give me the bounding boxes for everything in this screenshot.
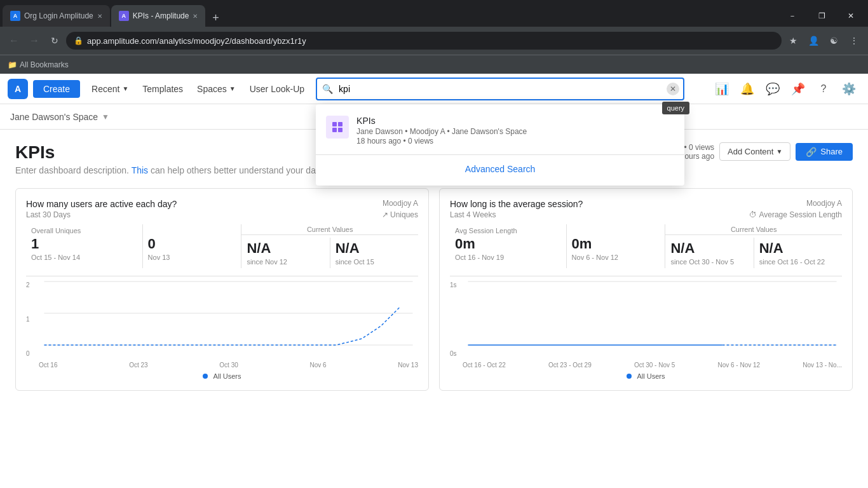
chart2-metrics-row: Avg Session Length 0m Oct 16 - Nov 19 0m…	[450, 224, 842, 276]
pin-icon-btn[interactable]: 📌	[787, 78, 810, 100]
chart1-x-labels: Oct 16 Oct 23 Oct 30 Nov 6 Nov 13	[39, 360, 418, 370]
templates-label: Templates	[142, 84, 183, 94]
chart-card-1: How many users are active each day? Mood…	[15, 188, 429, 391]
chart2-x2: Oct 23 - Oct 29	[548, 362, 592, 369]
add-content-button[interactable]: Add Content ▼	[719, 142, 790, 161]
chart1-x1: Oct 16	[39, 362, 57, 369]
nav-bar: ← → ↻ 🔒 app.amplitude.com/analytics/mood…	[0, 27, 868, 55]
bookmark-btn[interactable]: ★	[784, 32, 802, 50]
bookmarks-label[interactable]: All Bookmarks	[20, 60, 69, 69]
create-button[interactable]: Create	[33, 80, 80, 98]
chart2-m1-sub: Oct 16 - Nov 19	[455, 254, 561, 261]
search-magnifier-icon: 🔍	[322, 84, 333, 94]
tab1-close[interactable]: ✕	[97, 13, 102, 20]
svg-rect-3	[338, 128, 342, 132]
minimize-btn[interactable]: －	[778, 5, 807, 27]
chart1-source: Moodjoy A	[383, 199, 418, 208]
chart1-metric-3: N/A since Nov 12	[241, 238, 330, 268]
svg-rect-2	[332, 128, 337, 132]
chart2-x4: Nov 6 - Nov 12	[717, 362, 760, 369]
chart1-title: How many users are active each day?	[26, 199, 177, 209]
search-result-time: 18 hours ago • 0 views	[356, 137, 674, 146]
chart2-svg	[463, 281, 842, 358]
refresh-btn[interactable]: ↻	[46, 32, 64, 50]
search-result-meta: Jane Dawson • Moodjoy A • Jane Dawson's …	[356, 127, 674, 136]
desc-this-link[interactable]: This	[132, 165, 148, 175]
forward-btn[interactable]: →	[25, 32, 43, 50]
chat-icon-btn[interactable]: 💬	[761, 78, 784, 100]
tab-2[interactable]: A KPIs - Amplitude ✕	[111, 5, 206, 27]
chart2-y1: 1s	[450, 281, 463, 288]
recent-chevron-icon: ▼	[122, 85, 128, 92]
chart1-svg	[39, 281, 418, 358]
extensions-btn[interactable]: ☯	[825, 32, 843, 50]
profile-btn[interactable]: 👤	[804, 32, 822, 50]
app-logo[interactable]: A	[8, 79, 28, 99]
share-button[interactable]: 🔗 Share	[796, 143, 853, 161]
add-content-chevron-icon: ▼	[776, 148, 782, 155]
desc-part1: Enter dashboard description.	[15, 165, 132, 175]
notifications-icon-btn[interactable]: 🔔	[736, 78, 759, 100]
app: A Create Recent ▼ Templates Spaces ▼ Use…	[0, 74, 868, 488]
chart1-metric-1: Overall Uniques 1 Oct 15 - Nov 14	[26, 224, 143, 268]
search-result-info: KPIs Jane Dawson • Moodjoy A • Jane Daws…	[356, 116, 674, 146]
chart2-m4-value: N/A	[759, 240, 837, 257]
chart2-metric-2: 0m Nov 6 - Nov 12	[567, 224, 666, 268]
tooltip-query: query	[662, 102, 690, 114]
address-bar[interactable]: 🔒 app.amplitude.com/analytics/moodjoy2/d…	[66, 32, 782, 50]
close-btn[interactable]: ✕	[836, 5, 865, 27]
bookmarks-bar: 📁 All Bookmarks	[0, 55, 868, 74]
chart2-source: Moodjoy A	[806, 199, 842, 208]
chart2-x3: Oct 30 - Nov 5	[634, 362, 675, 369]
chart1-period: Last 30 Days	[26, 210, 71, 219]
chart1-m2-value: 0	[148, 236, 236, 252]
search-clear-btn[interactable]: ✕	[667, 83, 679, 95]
recent-label: Recent	[92, 84, 119, 94]
chart1-legend: All Users	[26, 372, 418, 380]
tab2-close[interactable]: ✕	[193, 13, 198, 20]
search-result-item[interactable]: KPIs Jane Dawson • Moodjoy A • Jane Daws…	[316, 109, 684, 152]
templates-nav-item[interactable]: Templates	[136, 80, 189, 98]
new-tab-btn[interactable]: +	[207, 9, 224, 27]
back-btn[interactable]: ←	[5, 32, 23, 50]
chart1-m3-sub: since Nov 12	[247, 258, 324, 266]
userlookup-nav-item[interactable]: User Look-Up	[243, 80, 311, 98]
tab-1[interactable]: A Org Login Amplitude ✕	[3, 5, 110, 27]
settings-icon-btn[interactable]: ⚙️	[837, 78, 860, 100]
svg-rect-0	[332, 122, 337, 126]
chart2-m3-value: N/A	[670, 240, 748, 257]
chart1-m2-sub: Nov 13	[148, 254, 236, 261]
bookmarks-folder-icon: 📁	[8, 60, 17, 69]
chart1-legend-dot	[203, 374, 208, 379]
recent-nav-item[interactable]: Recent ▼	[85, 80, 135, 98]
chart1-y2: 2	[26, 281, 39, 288]
chart-card-2: How long is the average session? Moodjoy…	[439, 188, 853, 391]
chart1-metric-4: N/A since Oct 15	[330, 238, 418, 268]
chart2-m2-value: 0m	[572, 236, 660, 252]
kpis-icon	[331, 121, 344, 133]
menu-btn[interactable]: ⋮	[845, 32, 863, 50]
app-header: A Create Recent ▼ Templates Spaces ▼ Use…	[0, 74, 868, 104]
lock-icon: 🔒	[74, 36, 83, 45]
advanced-search-link[interactable]: Advanced Search	[316, 158, 684, 180]
chart2-current-values-group: Current Values N/A since Oct 30 - Nov 5 …	[665, 224, 842, 268]
browser-chrome: A Org Login Amplitude ✕ A KPIs - Amplitu…	[0, 0, 868, 74]
desc-part2: can help others better understand your d…	[148, 165, 325, 175]
chart1-m3-value: N/A	[247, 240, 324, 257]
chart2-period: Last 4 Weeks	[450, 210, 496, 219]
tab2-title: KPIs - Amplitude	[133, 11, 189, 20]
chart1-x5: Nov 13	[398, 362, 418, 369]
spaces-nav-item[interactable]: Spaces ▼	[191, 80, 242, 98]
search-input[interactable]	[316, 78, 684, 100]
chart2-metric-icon: ⏱	[749, 210, 757, 219]
analytics-icon-btn[interactable]: 📊	[710, 78, 733, 100]
breadcrumb[interactable]: Jane Dawson's Space ▼	[10, 112, 109, 122]
chart1-y0: 0	[26, 350, 39, 357]
maximize-btn[interactable]: ❐	[807, 5, 836, 27]
chart1-cv-header: Current Values	[241, 224, 418, 235]
chart1-subtitle-row: Last 30 Days ↗ Uniques	[26, 210, 418, 219]
chart1-area: 2 1 0	[26, 281, 418, 380]
share-link-icon: 🔗	[806, 147, 817, 157]
tab2-favicon: A	[119, 11, 129, 21]
help-icon-btn[interactable]: ?	[812, 78, 835, 100]
